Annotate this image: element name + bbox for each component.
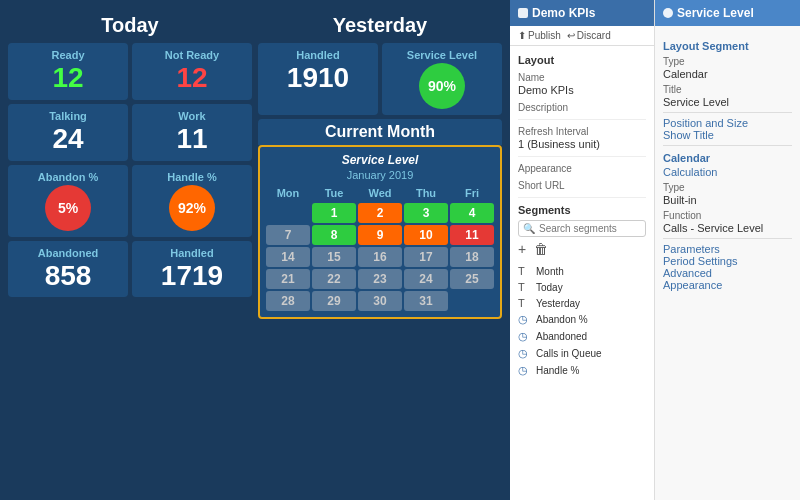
sl-panel: Service Level Layout Segment Type Calend…: [655, 0, 800, 500]
abandon-pct-label: Abandon %: [16, 171, 120, 183]
discard-icon: ↩: [567, 30, 575, 41]
abandoned-value: 858: [16, 261, 120, 292]
abandoned-label: Abandoned: [16, 247, 120, 259]
cal-cell[interactable]: 24: [404, 269, 448, 289]
search-segments-input[interactable]: [539, 223, 619, 234]
cal-cell[interactable]: 25: [450, 269, 494, 289]
work-label: Work: [140, 110, 244, 122]
cal-cell[interactable]: 8: [312, 225, 356, 245]
sl-title: Service Level: [677, 6, 754, 20]
handled-value: 1719: [140, 261, 244, 292]
delete-segment-button[interactable]: 🗑: [534, 241, 548, 257]
cal-cell[interactable]: 23: [358, 269, 402, 289]
calc-type-label: Type: [663, 182, 792, 193]
segment-label: Handle %: [536, 365, 579, 376]
cal-cell[interactable]: 16: [358, 247, 402, 267]
cal-cell[interactable]: 4: [450, 203, 494, 223]
talking-tile: Talking 24: [8, 104, 128, 161]
kpi-panel: Demo KPIs ⬆ Publish ↩ Discard Layout Nam…: [510, 0, 655, 500]
kpi-divider-3: [518, 197, 646, 198]
segment-actions: + 🗑: [518, 241, 646, 257]
advanced-link[interactable]: Advanced: [663, 267, 792, 279]
cal-cell[interactable]: 15: [312, 247, 356, 267]
segment-item[interactable]: ◷Handle %: [518, 362, 646, 379]
cal-cell[interactable]: 2: [358, 203, 402, 223]
cal-cell[interactable]: 1: [312, 203, 356, 223]
current-month-title: Current Month: [258, 119, 502, 145]
sl-divider-3: [663, 238, 792, 239]
cal-cell[interactable]: 18: [450, 247, 494, 267]
cal-cell[interactable]: 9: [358, 225, 402, 245]
publish-button[interactable]: ⬆ Publish: [518, 30, 561, 41]
parameters-link[interactable]: Parameters: [663, 243, 792, 255]
layout-segment-label: Layout Segment: [663, 40, 792, 52]
cal-cell[interactable]: 31: [404, 291, 448, 311]
cal-cell[interactable]: 7: [266, 225, 310, 245]
not-ready-value: 12: [140, 63, 244, 94]
sl-header-icon: [663, 8, 673, 18]
cal-cell[interactable]: 30: [358, 291, 402, 311]
cal-cell[interactable]: 10: [404, 225, 448, 245]
handled-tile: Handled 1719: [132, 241, 252, 298]
cal-header: Thu: [404, 185, 448, 201]
work-value: 11: [140, 124, 244, 155]
cal-cell[interactable]: 14: [266, 247, 310, 267]
kpi-header-icon: [518, 8, 528, 18]
segment-label: Abandoned: [536, 331, 587, 342]
pos-size-link[interactable]: Position and Size: [663, 117, 792, 129]
sl-title-label: Title: [663, 84, 792, 95]
yest-sl-label: Service Level: [390, 49, 494, 61]
cal-cell: [450, 291, 494, 311]
cal-header: Wed: [358, 185, 402, 201]
segment-item[interactable]: TMonth: [518, 263, 646, 279]
kpi-divider-2: [518, 156, 646, 157]
segment-label: Today: [536, 282, 563, 293]
sl-appearance-link[interactable]: Appearance: [663, 279, 792, 291]
chart-icon: ◷: [518, 313, 532, 326]
cal-month: January 2019: [266, 169, 494, 181]
sl-content: Layout Segment Type Calendar Title Servi…: [655, 26, 800, 500]
segment-item[interactable]: TYesterday: [518, 295, 646, 311]
talking-label: Talking: [16, 110, 120, 122]
segments-label: Segments: [518, 204, 646, 216]
cal-cell[interactable]: 29: [312, 291, 356, 311]
add-segment-button[interactable]: +: [518, 241, 526, 257]
discard-button[interactable]: ↩ Discard: [567, 30, 611, 41]
cal-cell[interactable]: 11: [450, 225, 494, 245]
work-tile: Work 11: [132, 104, 252, 161]
name-field-value: Demo KPIs: [518, 84, 646, 96]
cal-header: Mon: [266, 185, 310, 201]
show-title-link[interactable]: Show Title: [663, 129, 792, 141]
kpi-content: Layout Name Demo KPIs Description Refres…: [510, 46, 654, 500]
ready-tile: Ready 12: [8, 43, 128, 100]
publish-label: Publish: [528, 30, 561, 41]
handled-label: Handled: [140, 247, 244, 259]
layout-label: Layout: [518, 54, 646, 66]
cal-cell[interactable]: 3: [404, 203, 448, 223]
segment-item[interactable]: ◷Abandoned: [518, 328, 646, 345]
yest-sl-tile: Service Level 90%: [382, 43, 502, 115]
function-value: Calls - Service Level: [663, 222, 792, 234]
cal-cell[interactable]: 17: [404, 247, 448, 267]
sl-type-label: Type: [663, 56, 792, 67]
segment-item[interactable]: ◷Abandon %: [518, 311, 646, 328]
yesterday-title: Yesterday: [258, 8, 502, 43]
cal-cell[interactable]: 22: [312, 269, 356, 289]
abandon-pct-tile: Abandon % 5%: [8, 165, 128, 237]
kpi-header: Demo KPIs: [510, 0, 654, 26]
calculation-link[interactable]: Calculation: [663, 166, 792, 178]
cal-cell[interactable]: 28: [266, 291, 310, 311]
search-segments-box[interactable]: 🔍: [518, 220, 646, 237]
segment-item[interactable]: ◷Calls in Queue: [518, 345, 646, 362]
segment-item[interactable]: TToday: [518, 279, 646, 295]
period-settings-link[interactable]: Period Settings: [663, 255, 792, 267]
cal-cell[interactable]: 21: [266, 269, 310, 289]
refresh-value: 1 (Business unit): [518, 138, 646, 150]
short-url-label: Short URL: [518, 180, 646, 191]
function-label: Function: [663, 210, 792, 221]
kpi-title: Demo KPIs: [532, 6, 595, 20]
segment-label: Calls in Queue: [536, 348, 602, 359]
sl-title-field-value: Service Level: [663, 96, 792, 108]
yest-handled-label: Handled: [266, 49, 370, 61]
not-ready-tile: Not Ready 12: [132, 43, 252, 100]
